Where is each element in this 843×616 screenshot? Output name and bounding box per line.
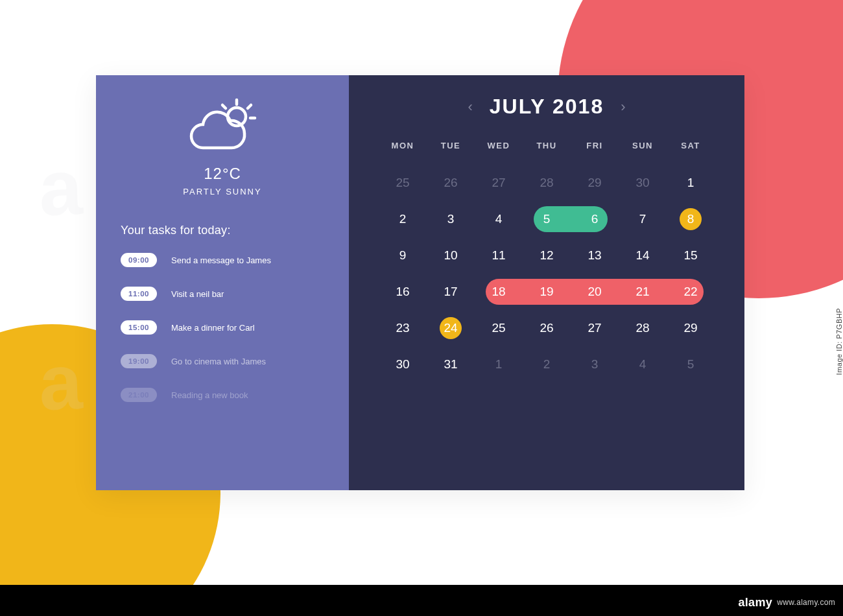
calendar-day[interactable]: 29 (667, 310, 715, 346)
day-number: 4 (639, 357, 647, 372)
weekday-label: WED (475, 141, 523, 150)
calendar-day[interactable]: 20 (571, 274, 619, 310)
calendar-day[interactable]: 4 (475, 201, 523, 237)
calendar-day[interactable]: 25 (379, 165, 427, 201)
calendar-day[interactable]: 5 (667, 346, 715, 383)
calendar-day[interactable]: 23 (379, 310, 427, 346)
calendar-day[interactable]: 17 (427, 274, 475, 310)
watermark-url: alamy www.alamy.com (738, 596, 835, 610)
calendar-day[interactable]: 8 (667, 201, 715, 237)
day-number: 8 (687, 212, 695, 226)
calendar-day[interactable]: 27 (475, 165, 523, 201)
day-number: 25 (396, 176, 409, 190)
day-number: 26 (444, 176, 457, 190)
calendar-day[interactable]: 30 (619, 165, 667, 201)
day-number: 3 (447, 212, 455, 226)
day-number: 13 (588, 248, 601, 263)
calendar-day[interactable]: 1 (667, 165, 715, 201)
calendar-day[interactable]: 9 (379, 237, 427, 274)
watermark-image-id: Image ID: P7GBHP (835, 308, 843, 375)
task-row[interactable]: 11:00Visit a neil bar (121, 287, 324, 301)
calendar-grid: 2526272829301234567891011121314151617181… (379, 165, 715, 383)
task-time-pill: 15:00 (121, 320, 157, 335)
weekday-label: SAT (667, 141, 715, 150)
calendar-day[interactable]: 11 (475, 237, 523, 274)
calendar-day[interactable]: 27 (571, 310, 619, 346)
task-row[interactable]: 19:00Go to cinema with James (121, 354, 324, 368)
calendar-day[interactable]: 31 (427, 346, 475, 383)
day-number: 31 (444, 357, 457, 372)
day-number: 28 (635, 321, 649, 335)
calendar-day[interactable]: 24 (427, 310, 475, 346)
footer-bar (0, 585, 843, 616)
calendar-day[interactable]: 1 (475, 346, 523, 383)
calendar-day[interactable]: 29 (571, 165, 619, 201)
weekday-row: MONTUEWEDTHUFRISUNSAT (379, 141, 715, 150)
calendar-day[interactable]: 7 (619, 201, 667, 237)
calendar-day[interactable]: 3 (427, 201, 475, 237)
calendar-day[interactable]: 10 (427, 237, 475, 274)
watermark-brand: alamy (738, 596, 772, 609)
calendar-day[interactable]: 19 (523, 274, 571, 310)
task-row[interactable]: 21:00Reading a new book (121, 388, 324, 402)
day-number: 3 (591, 357, 599, 372)
watermark-url-text: www.alamy.com (777, 598, 835, 607)
temperature-value: 12°C (121, 165, 324, 183)
calendar-day[interactable]: 15 (667, 237, 715, 274)
calendar-day[interactable]: 26 (523, 310, 571, 346)
calendar-day[interactable]: 30 (379, 346, 427, 383)
day-number: 25 (492, 321, 505, 335)
day-number: 26 (540, 321, 553, 335)
prev-month-button[interactable]: ‹ (468, 99, 472, 115)
calendar-day[interactable]: 13 (571, 237, 619, 274)
task-row[interactable]: 09:00Send a message to James (121, 253, 324, 267)
calendar-day[interactable]: 2 (379, 201, 427, 237)
calendar-day[interactable]: 6 (571, 201, 619, 237)
day-number: 15 (683, 248, 697, 263)
day-number: 10 (444, 248, 457, 263)
weekday-label: SUN (619, 141, 667, 150)
calendar-title: JULY 2018 (490, 95, 604, 119)
svg-line-4 (222, 105, 226, 108)
task-text: Reading a new book (171, 390, 248, 400)
calendar-day[interactable]: 26 (427, 165, 475, 201)
day-number: 2 (399, 212, 407, 226)
calendar-day[interactable]: 28 (523, 165, 571, 201)
day-number: 23 (396, 321, 409, 335)
weather-tasks-panel: 12°C PARTLY SUNNY Your tasks for today: … (96, 75, 349, 490)
weather-block: 12°C PARTLY SUNNY (121, 95, 324, 196)
day-number: 30 (396, 357, 409, 372)
task-row[interactable]: 15:00Make a dinner for Carl (121, 320, 324, 335)
task-text: Visit a neil bar (171, 289, 224, 299)
calendar-day[interactable]: 25 (475, 310, 523, 346)
cloud-sun-icon (184, 97, 261, 157)
calendar-day[interactable]: 21 (619, 274, 667, 310)
calendar-day[interactable]: 18 (475, 274, 523, 310)
calendar-day[interactable]: 2 (523, 346, 571, 383)
calendar-day[interactable]: 22 (667, 274, 715, 310)
calendar-day[interactable]: 3 (571, 346, 619, 383)
calendar-day[interactable]: 14 (619, 237, 667, 274)
calendar-day[interactable]: 4 (619, 346, 667, 383)
calendar-header: ‹ JULY 2018 › (379, 95, 715, 119)
calendar-day[interactable]: 16 (379, 274, 427, 310)
day-number: 20 (588, 285, 601, 299)
day-number: 18 (492, 285, 505, 299)
day-number: 16 (396, 285, 409, 299)
day-number: 22 (683, 285, 697, 299)
day-number: 14 (635, 248, 649, 263)
day-number: 1 (495, 357, 503, 372)
day-number: 5 (543, 212, 551, 226)
tasks-list: 09:00Send a message to James11:00Visit a… (121, 253, 324, 402)
task-time-pill: 11:00 (121, 287, 157, 301)
weekday-label: FRI (571, 141, 619, 150)
weather-condition: PARTLY SUNNY (121, 187, 324, 196)
next-month-button[interactable]: › (621, 99, 625, 115)
day-number: 12 (540, 248, 553, 263)
day-number: 7 (639, 212, 647, 226)
calendar-day[interactable]: 28 (619, 310, 667, 346)
calendar-day[interactable]: 12 (523, 237, 571, 274)
calendar-day[interactable]: 5 (523, 201, 571, 237)
watermark-glyph: a (38, 142, 80, 233)
calendar-panel: ‹ JULY 2018 › MONTUEWEDTHUFRISUNSAT 2526… (349, 75, 744, 490)
